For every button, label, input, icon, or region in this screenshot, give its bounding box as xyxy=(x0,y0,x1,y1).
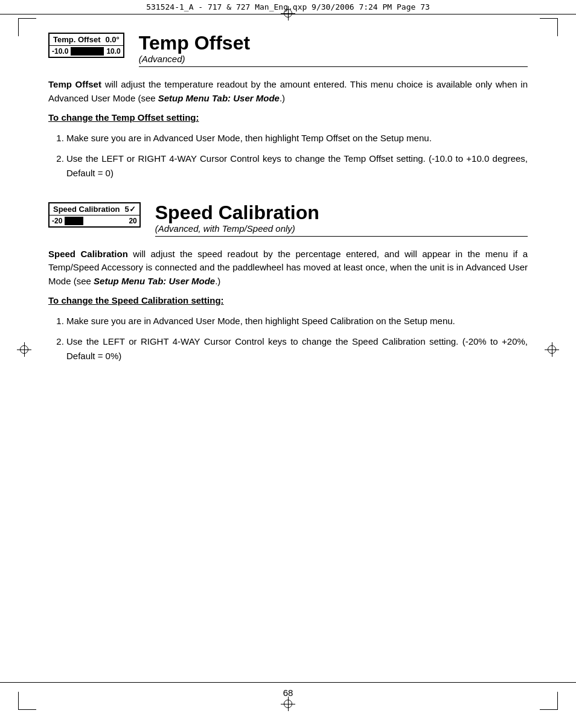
speed-cal-bar-row: -20 20 xyxy=(50,216,139,226)
temp-offset-widget-label: Temp. Offset xyxy=(53,35,101,44)
temp-offset-bar-row: -10.0 10.0 xyxy=(50,46,123,57)
speed-cal-steps: Make sure you are in Advanced User Mode,… xyxy=(66,314,528,363)
temp-offset-bold-term: Temp Offset xyxy=(48,79,101,89)
temp-offset-min: -10.0 xyxy=(52,47,68,56)
temp-offset-max: 10.0 xyxy=(106,47,120,56)
temp-offset-section: Temp. Offset 0.0° -10.0 10.0 Temp Offset… xyxy=(48,33,528,180)
main-content: Temp. Offset 0.0° -10.0 10.0 Temp Offset… xyxy=(0,14,576,421)
crosshair-circle-bottom xyxy=(284,700,292,708)
speed-cal-subtitle: (Advanced, with Temp/Speed only) xyxy=(155,223,528,237)
speed-cal-body-end: .) xyxy=(215,276,220,286)
speed-cal-widget-top: Speed Calibration 5✓ xyxy=(50,203,139,216)
crosshair-left xyxy=(17,342,31,357)
speed-cal-subheading: To change the Speed Calibration setting: xyxy=(48,294,528,308)
temp-offset-title-right: Temp Offset (Advanced) xyxy=(139,33,528,73)
speed-cal-widget: Speed Calibration 5✓ -20 20 xyxy=(48,202,141,228)
temp-offset-steps: Make sure you are in Advanced User Mode,… xyxy=(66,131,528,180)
crosshair-circle-left xyxy=(20,345,28,354)
page-footer: 68 xyxy=(0,682,576,698)
speed-cal-italic-term: Setup Menu Tab: User Mode xyxy=(94,276,215,286)
temp-offset-step-2: Use the LEFT or RIGHT 4-WAY Cursor Contr… xyxy=(66,152,528,180)
temp-offset-widget-top: Temp. Offset 0.0° xyxy=(50,34,123,46)
speed-cal-title-right: Speed Calibration (Advanced, with Temp/S… xyxy=(155,202,528,243)
crosshair-right xyxy=(545,342,559,357)
temp-offset-title-area: Temp. Offset 0.0° -10.0 10.0 Temp Offset… xyxy=(48,33,528,73)
reg-mark-tr xyxy=(540,18,558,36)
crosshair-circle-right xyxy=(548,345,556,354)
crosshair-top xyxy=(281,6,295,21)
page-number: 68 xyxy=(283,688,293,698)
speed-cal-min: -20 xyxy=(52,217,62,225)
temp-offset-bar xyxy=(71,47,104,56)
crosshair-bottom xyxy=(281,697,295,711)
temp-offset-step-1: Make sure you are in Advanced User Mode,… xyxy=(66,131,528,145)
temp-offset-body-intro: will adjust the temperature readout by t… xyxy=(48,79,528,103)
speed-cal-section: Speed Calibration 5✓ -20 20 Speed Calibr… xyxy=(48,202,528,363)
speed-cal-widget-value: 5✓ xyxy=(125,205,136,214)
speed-cal-bold-term: Speed Calibration xyxy=(48,249,128,259)
reg-mark-tl xyxy=(18,18,36,36)
speed-cal-widget-label: Speed Calibration xyxy=(53,205,120,214)
speed-cal-bar-fill xyxy=(65,217,83,225)
crosshair-circle-top xyxy=(284,9,292,18)
speed-cal-heading: Speed Calibration xyxy=(155,202,528,223)
speed-cal-title-area: Speed Calibration 5✓ -20 20 Speed Calibr… xyxy=(48,202,528,243)
temp-offset-body-end: .) xyxy=(280,93,285,103)
temp-offset-heading: Temp Offset xyxy=(139,33,528,54)
temp-offset-widget: Temp. Offset 0.0° -10.0 10.0 xyxy=(48,33,124,58)
temp-offset-body: Temp Offset will adjust the temperature … xyxy=(48,78,528,180)
temp-offset-intro-para: Temp Offset will adjust the temperature … xyxy=(48,78,528,105)
speed-cal-body: Speed Calibration will adjust the speed … xyxy=(48,247,528,363)
speed-cal-step-2: Use the LEFT or RIGHT 4-WAY Cursor Contr… xyxy=(66,334,528,363)
speed-cal-max: 20 xyxy=(129,217,136,225)
speed-cal-intro-para: Speed Calibration will adjust the speed … xyxy=(48,247,528,289)
temp-offset-widget-value: 0.0° xyxy=(106,35,120,44)
temp-offset-subheading: To change the Temp Offset setting: xyxy=(48,111,528,125)
temp-offset-italic-term: Setup Menu Tab: User Mode xyxy=(158,93,280,103)
temp-offset-subtitle: (Advanced) xyxy=(139,54,528,67)
speed-cal-bar xyxy=(65,217,126,225)
speed-cal-step-1: Make sure you are in Advanced User Mode,… xyxy=(66,314,528,328)
